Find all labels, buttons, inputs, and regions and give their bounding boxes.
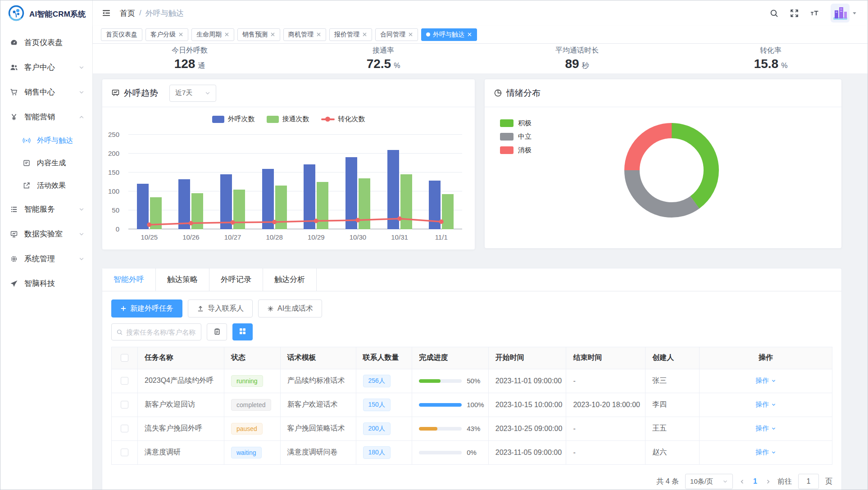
grid-view-button[interactable]: [232, 323, 253, 340]
sidebar-item-data-lab[interactable]: 数据实验室: [0, 222, 92, 246]
charts-row: 外呼趋势 近7天 外呼次数 接通次数 转化次数 050100150200250: [93, 73, 868, 250]
legend-item-converted[interactable]: 转化次数: [321, 115, 365, 123]
creator: 王五: [645, 417, 700, 440]
progress-bar: 0%: [419, 449, 488, 456]
caret-down-icon: [852, 11, 857, 15]
user-menu[interactable]: [831, 4, 857, 23]
app-logo[interactable]: AI智能CRM系统: [0, 0, 92, 27]
prev-page-button[interactable]: [739, 479, 745, 485]
tab-smart-outbound[interactable]: 智能外呼: [102, 268, 156, 291]
legend-item-calls[interactable]: 外呼次数: [212, 115, 255, 123]
creator: 赵六: [645, 440, 700, 464]
row-actions-dropdown[interactable]: 操作: [755, 424, 776, 433]
view-tag[interactable]: 销售预测: [237, 28, 280, 41]
select-all-checkbox[interactable]: [121, 354, 128, 362]
sidebar-item-label: 智脑科技: [24, 278, 84, 289]
avatar[interactable]: [831, 4, 850, 23]
view-tag[interactable]: 客户分级: [145, 28, 188, 41]
sidebar-item-label: 智能营销: [24, 112, 79, 122]
close-icon[interactable]: [362, 32, 367, 37]
progress-bar: 100%: [419, 401, 488, 408]
creator: 李四: [645, 393, 700, 417]
tab-call-records[interactable]: 外呼记录: [209, 268, 263, 291]
sidebar-item-customers[interactable]: 客户中心: [0, 55, 92, 80]
close-icon[interactable]: [408, 32, 413, 37]
legend-item-neutral[interactable]: 中立: [500, 132, 532, 141]
chevron-down-icon: [79, 231, 84, 237]
legend-swatch: [500, 146, 514, 154]
close-icon[interactable]: [316, 32, 321, 37]
tasks-table: 任务名称 状态 话术模板 联系人数量 完成进度 开始时间 结束时间 创建人 操作: [111, 347, 832, 465]
sidebar-item-marketing[interactable]: 智能营销: [0, 104, 92, 129]
tab-reach-analysis[interactable]: 触达分析: [263, 268, 317, 291]
close-icon[interactable]: [178, 32, 183, 37]
sidebar-item-campaign-effect[interactable]: 活动效果: [0, 174, 92, 197]
view-tag[interactable]: 报价管理: [329, 28, 372, 41]
fullscreen-icon[interactable]: [790, 9, 799, 18]
create-task-button[interactable]: 新建外呼任务: [111, 299, 182, 318]
tag-bar: 首页仪表盘 客户分级 生命周期 销售预测 商机管理 报价管理 合同管理 外呼与触…: [93, 26, 868, 44]
row-actions-dropdown[interactable]: 操作: [755, 377, 776, 385]
collapse-sidebar-icon[interactable]: [102, 9, 111, 18]
outbound-trend-card: 外呼趋势 近7天 外呼次数 接通次数 转化次数 050100150200250: [102, 79, 475, 250]
legend-item-negative[interactable]: 消极: [500, 146, 532, 154]
cart-icon: [9, 88, 18, 97]
breadcrumb: 首页 / 外呼与触达: [120, 8, 184, 18]
sidebar-item-content-gen[interactable]: 内容生成: [0, 152, 92, 174]
close-icon[interactable]: [467, 32, 472, 37]
list-view-button[interactable]: [207, 323, 227, 340]
chevron-down-icon: [79, 207, 84, 212]
sidebar-item-dashboard[interactable]: 首页仪表盘: [0, 30, 92, 55]
row-checkbox[interactable]: [121, 377, 128, 385]
start-time: 2023-10-25 09:00:00: [488, 417, 566, 440]
view-tag[interactable]: 合同管理: [375, 28, 418, 41]
app-title: AI智能CRM系统: [29, 9, 86, 19]
legend-item-connected[interactable]: 接通次数: [267, 115, 309, 123]
task-name: 流失客户挽回外呼: [138, 417, 224, 440]
progress-bar: 43%: [419, 425, 488, 432]
row-actions-dropdown[interactable]: 操作: [755, 400, 776, 409]
creator: 张三: [645, 369, 700, 393]
row-checkbox[interactable]: [121, 425, 128, 432]
sidebar-item-sales[interactable]: 销售中心: [0, 80, 92, 104]
page-size-select[interactable]: 10条/页: [685, 474, 733, 489]
script-template: 新客户欢迎话术: [280, 393, 356, 417]
sidebar-item-zhinao[interactable]: 智脑科技: [0, 271, 92, 296]
sidebar-item-system[interactable]: 系统管理: [0, 246, 92, 271]
next-page-button[interactable]: [765, 479, 771, 485]
tab-reach-strategy[interactable]: 触达策略: [156, 268, 209, 291]
view-tag[interactable]: 生命周期: [191, 28, 234, 41]
kpi-conversion-rate: 转化率 15.8%: [674, 46, 868, 71]
header-actions: [769, 4, 857, 23]
legend-item-positive[interactable]: 积极: [500, 119, 532, 127]
close-icon[interactable]: [224, 32, 229, 37]
chevron-down-icon: [771, 402, 776, 407]
import-contacts-button[interactable]: 导入联系人: [188, 299, 253, 318]
breadcrumb-home[interactable]: 首页: [120, 8, 135, 18]
view-tag[interactable]: 商机管理: [283, 28, 326, 41]
emotion-card-header: 情绪分布: [485, 79, 841, 107]
chevron-down-icon: [205, 91, 210, 96]
start-time: 2023-10-15 10:00:00: [488, 393, 566, 417]
close-icon[interactable]: [270, 32, 275, 37]
start-time: 2023-11-05 09:00:00: [488, 440, 566, 464]
ai-script-button[interactable]: AI生成话术: [258, 299, 322, 318]
search-input[interactable]: [126, 328, 196, 336]
sidebar-item-outbound[interactable]: 外呼与触达: [0, 129, 92, 152]
chevron-down-icon: [723, 479, 728, 484]
row-actions-dropdown[interactable]: 操作: [755, 448, 776, 457]
goto-page-input[interactable]: [798, 474, 819, 489]
row-checkbox[interactable]: [121, 449, 128, 456]
service-icon: [9, 205, 18, 214]
end-time: -: [566, 440, 645, 464]
date-range-select[interactable]: 近7天: [169, 85, 216, 102]
trend-card-header: 外呼趋势 近7天: [102, 79, 475, 107]
tasks-panel: 智能外呼 触达策略 外呼记录 触达分析 新建外呼任务 导入联系人: [102, 268, 842, 490]
search-icon[interactable]: [769, 9, 779, 18]
current-page[interactable]: 1: [751, 477, 759, 485]
row-checkbox[interactable]: [121, 401, 128, 408]
sidebar-item-services[interactable]: 智能服务: [0, 197, 92, 222]
view-tag[interactable]: 首页仪表盘: [101, 28, 142, 41]
font-size-icon[interactable]: [810, 9, 820, 18]
view-tag-active[interactable]: 外呼与触达: [421, 28, 477, 41]
